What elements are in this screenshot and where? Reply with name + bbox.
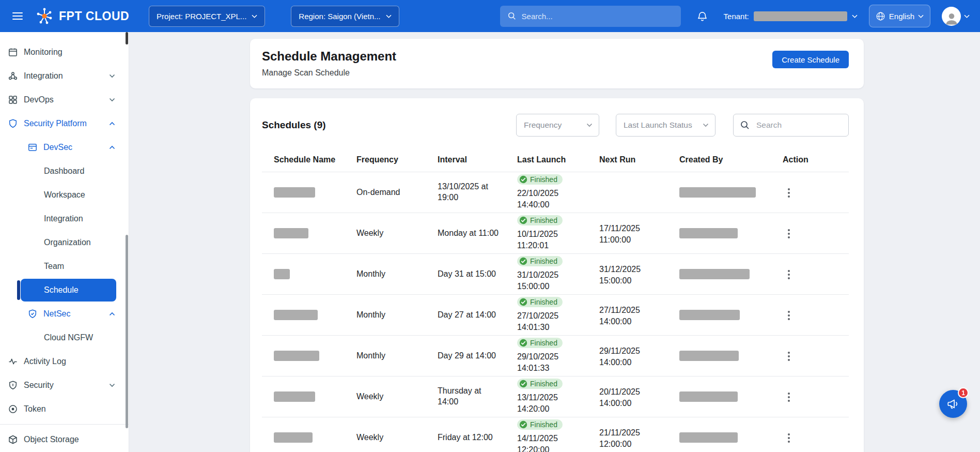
col-frequency: Frequency xyxy=(356,148,438,172)
interval-cell: Day 31 at 15:00 xyxy=(438,254,517,295)
last-launch-status-filter[interactable]: Last Launch Status xyxy=(616,114,715,137)
created-by-redacted xyxy=(679,187,756,198)
sidebar-item-devsec[interactable]: DevSec xyxy=(0,135,129,159)
last-launch-cell: Finished22/10/2025 14:40:00 xyxy=(517,172,599,213)
col-last-launch: Last Launch xyxy=(517,148,599,172)
tenant-selector[interactable]: Tenant: xyxy=(724,11,858,21)
status-label: Finished xyxy=(530,175,557,184)
language-label: English xyxy=(889,12,914,21)
row-actions-button[interactable] xyxy=(783,307,795,324)
create-schedule-button[interactable]: Create Schedule xyxy=(772,51,849,68)
created-by-cell xyxy=(679,172,783,213)
megaphone-icon xyxy=(946,397,960,411)
activity-log-icon xyxy=(8,356,18,367)
last-launch-cell: Finished14/11/2025 12:20:00 xyxy=(517,417,599,452)
sidebar-item-cloud-ngfw[interactable]: Cloud NGFW xyxy=(0,326,129,350)
netsec-shield-icon xyxy=(27,309,38,319)
sidebar-item-object-storage[interactable]: Object Storage xyxy=(0,428,129,451)
row-actions-button[interactable] xyxy=(783,388,795,406)
project-selector-label: Project: PROJECT_XPL... xyxy=(157,12,246,21)
action-cell xyxy=(783,213,849,254)
check-circle-icon xyxy=(519,175,527,184)
col-created-by: Created By xyxy=(679,148,783,172)
sidebar-item-monitoring[interactable]: Monitoring xyxy=(0,40,129,64)
region-selector[interactable]: Region: Saigon (Vietn... xyxy=(291,6,399,27)
announcements-fab[interactable]: 1 xyxy=(939,390,967,418)
row-actions-button[interactable] xyxy=(783,266,795,283)
status-label: Finished xyxy=(530,380,557,388)
sidebar-item-label: Activity Log xyxy=(24,357,66,366)
brand-logo[interactable]: FPT CLOUD xyxy=(35,7,129,25)
created-by-cell xyxy=(679,254,783,295)
hamburger-menu-button[interactable] xyxy=(7,6,28,26)
next-run-cell: 31/12/2025 15:00:00 xyxy=(599,254,679,295)
sidebar-scrollbar-thumb-top[interactable] xyxy=(126,32,128,44)
col-schedule-name: Schedule Name xyxy=(262,148,356,172)
row-actions-button[interactable] xyxy=(783,225,795,243)
row-actions-button[interactable] xyxy=(783,348,795,365)
action-cell xyxy=(783,417,849,452)
global-search xyxy=(500,6,681,27)
sidebar-item-label: DevSec xyxy=(43,143,72,152)
status-badge: Finished xyxy=(517,174,563,185)
schedule-name-redacted xyxy=(274,269,290,279)
sidebar-item-label: Integration xyxy=(24,71,63,81)
sidebar-item-label: Workspace xyxy=(44,190,85,200)
sidebar-item-netsec[interactable]: NetSec xyxy=(0,302,129,326)
chevron-down-icon xyxy=(703,123,709,127)
chevron-down-icon xyxy=(852,14,858,18)
sidebar-item-integration[interactable]: Integration xyxy=(0,64,129,88)
row-actions-button[interactable] xyxy=(783,429,795,447)
sidebar-item-dashboard[interactable]: Dashboard xyxy=(0,159,129,183)
user-menu[interactable] xyxy=(942,7,970,26)
page-title: Schedule Management xyxy=(262,49,396,64)
main-content: Schedule Management Manage Scan Schedule… xyxy=(129,32,980,452)
created-by-cell xyxy=(679,417,783,452)
status-label: Finished xyxy=(530,257,557,265)
tenant-name-redacted xyxy=(754,11,847,21)
sidebar-item-label: Team xyxy=(44,262,64,271)
global-search-input[interactable] xyxy=(500,6,681,27)
row-actions-button[interactable] xyxy=(783,184,795,202)
sidebar-item-activity-log[interactable]: Activity Log xyxy=(0,350,129,373)
sidebar-item-label: NetSec xyxy=(43,309,70,319)
table-search xyxy=(733,114,849,137)
col-interval: Interval xyxy=(438,148,517,172)
chevron-down-icon xyxy=(386,14,392,18)
sidebar-item-token[interactable]: Token xyxy=(0,397,129,421)
table-search-input[interactable] xyxy=(733,114,849,137)
tenant-label: Tenant: xyxy=(724,12,749,21)
next-run-cell xyxy=(599,172,679,213)
language-selector[interactable]: English xyxy=(869,5,930,27)
chevron-up-icon xyxy=(109,312,115,316)
last-launch-time: 22/10/2025 14:40:00 xyxy=(517,188,579,210)
created-by-cell xyxy=(679,336,783,376)
sidebar-item-label: Token xyxy=(24,404,46,414)
security-shield-icon xyxy=(8,380,18,390)
table-header-row: Schedule Name Frequency Interval Last La… xyxy=(262,148,849,172)
status-label: Finished xyxy=(530,298,557,306)
sidebar-item-security[interactable]: Security xyxy=(0,373,129,397)
sidebar-item-integration-devsec[interactable]: Integration xyxy=(0,207,129,231)
chevron-down-icon xyxy=(109,74,115,78)
schedules-table: Schedule Name Frequency Interval Last La… xyxy=(262,148,849,452)
sidebar-item-schedule[interactable]: Schedule xyxy=(21,279,116,302)
last-launch-cell: Finished13/11/2025 14:20:00 xyxy=(517,376,599,417)
last-launch-time: 10/11/2025 11:20:01 xyxy=(517,229,579,251)
monitoring-icon xyxy=(8,47,18,57)
object-storage-icon xyxy=(8,434,18,445)
project-selector[interactable]: Project: PROJECT_XPL... xyxy=(149,6,265,27)
sidebar-item-organization[interactable]: Organization xyxy=(0,231,129,254)
frequency-filter[interactable]: Frequency xyxy=(516,114,599,137)
schedule-name-cell xyxy=(262,172,356,213)
avatar xyxy=(942,7,961,26)
last-launch-time: 27/10/2025 14:01:30 xyxy=(517,310,579,333)
sidebar-item-security-platform[interactable]: Security Platform xyxy=(0,112,129,135)
sidebar-divider xyxy=(0,424,129,425)
notifications-button[interactable] xyxy=(694,8,710,24)
sidebar-scrollbar-thumb[interactable] xyxy=(126,235,128,428)
col-next-run: Next Run xyxy=(599,148,679,172)
sidebar-item-team[interactable]: Team xyxy=(0,254,129,278)
sidebar-item-workspace[interactable]: Workspace xyxy=(0,183,129,207)
sidebar-item-devops[interactable]: DevOps xyxy=(0,88,129,112)
